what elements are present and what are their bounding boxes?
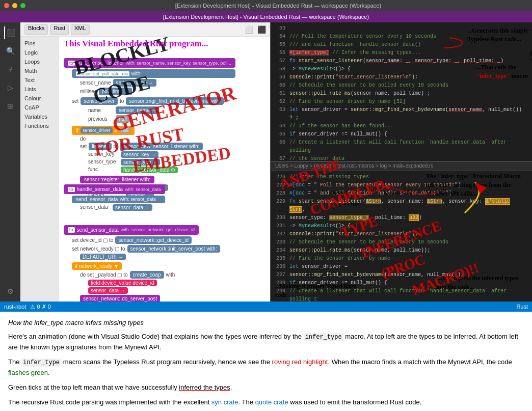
proper-annotation: ...Making it proper Typed Rust code (275, 282, 367, 299)
listener-var[interactable]: listener (89, 143, 111, 150)
stop-icon[interactable]: ⬛ (257, 25, 266, 34)
code-line-229: 229 fn start_sensor_listener(&Strn, sens… (275, 198, 528, 214)
main-expanded-editor: Users > Luppy > mynewt > test-rust-macro… (271, 162, 532, 302)
category-functions[interactable]: Functions (20, 121, 58, 130)
status-bar: rust-nbot ⚠ 0 ✗ 0 Rust (0, 302, 532, 312)
sensor-name-param: sensor_name sensor_name → (80, 79, 235, 87)
default-uri-val[interactable]: DEFAULT_URI → (80, 254, 126, 260)
screenshot-area: [Extension Development Host] - Visual Em… (0, 11, 532, 312)
code-line-67: 67 // the sensor data (275, 155, 528, 162)
sensor-driver-cond[interactable]: sensor_driver (81, 127, 113, 133)
sensor-listener-block-group: to start_sensor_listener with: sensor_na… (64, 58, 235, 199)
set-listener-row: set listener to sensor::new_sensor_liste… (80, 143, 235, 150)
send-sensor-data-block[interactable]: to send_sensor_data with: sensor_network… (64, 225, 199, 235)
paragraph-2: The infer_type macro scans the Typeless … (8, 357, 524, 378)
close-button[interactable] (4, 3, 9, 8)
roving-highlight-text: roving red highlight (272, 358, 328, 366)
set-poll-rate-block[interactable]: sensor::set_poll_rate_ms with: (72, 69, 235, 78)
infer-type-code-2: infer_type (21, 359, 61, 367)
status-errors: ⚠ 0 ✗ 0 (30, 304, 50, 310)
category-coap[interactable]: CoAP (20, 103, 58, 112)
sensor-driver-var[interactable]: sensor_driver (81, 97, 118, 105)
start-sensor-block[interactable]: to start_sensor_listener with: sensor_na… (64, 58, 235, 68)
extension-host-bar: [Extension Development Host] - Visual Em… (0, 11, 532, 22)
handle-sub-blocks: send_sensor_data with: sensor_data senso… (72, 196, 165, 211)
sensor-sub-blocks: sensor::set_poll_rate_ms with: sensor_na… (72, 69, 235, 199)
null-val[interactable]: null (116, 115, 130, 123)
field-val[interactable]: field device_value device_id (88, 280, 157, 286)
send-sensor-sub: set device_id ▢ to sensor_network::get_d… (72, 236, 220, 302)
if-sensor-block[interactable]: if sensor_driver ≠ null (72, 126, 135, 135)
xml-tab[interactable]: XML (71, 24, 90, 35)
syn-crate-link[interactable]: syn crate (211, 398, 238, 406)
static-strn-annotation: &static Strn (383, 190, 413, 196)
send-data-block[interactable]: send_sensor_data with: sensor_data (72, 196, 165, 203)
category-logic[interactable]: Logic (20, 48, 58, 57)
paragraph-1: Here's an animation (done with Visual St… (8, 332, 524, 353)
code-line-234: 234 sensor::poll_rate_ms(sensor_name, po… (275, 246, 528, 255)
network-ready-row: set network_ready ▢ to sensor_network::i… (72, 245, 220, 253)
code-line-64: 64 // If the sensor has been found... (275, 122, 528, 130)
category-colour[interactable]: Colour (20, 94, 58, 103)
mgr-find-block[interactable]: sensor::mgr_find_next_bydevname with: (126, 97, 224, 105)
register-listener-block[interactable]: sensor::register_listener with: (80, 176, 154, 183)
status-branch: rust-nbot (4, 304, 26, 310)
search-icon[interactable]: 🔍 (4, 45, 16, 57)
category-loops[interactable]: Loops (20, 57, 58, 66)
generates-text: ...Generates this simpleTypeless Rust co… (467, 26, 528, 44)
handle-sensor-data-val[interactable]: handle_sensor_data ⚙ (121, 167, 178, 173)
blockly-workspace[interactable]: This Visual Embedded Rust program... to … (59, 37, 270, 302)
previous-param: previous null (88, 115, 235, 123)
handle-sensor-block[interactable]: to handle_sensor_data with: sensor_data (64, 184, 165, 194)
lib-rs-editor: ...Generates this simple Typeless Rust c… (271, 22, 532, 162)
code-line-236: 236 let sensor_driver = (275, 263, 528, 271)
settings-icon[interactable]: ⚙ (4, 285, 16, 297)
sensor-type-row: sensor_type sensor_type → (88, 159, 235, 166)
sensor-type-t-annotation: sensor_type_t (332, 200, 365, 206)
if-network-block[interactable]: if network_ready ▼ (72, 262, 122, 270)
sensor-key-val[interactable]: sensor_key → (121, 151, 158, 158)
code-line-66: 66 // Create a listener that will call f… (275, 139, 528, 155)
minimize-button[interactable] (12, 3, 17, 8)
category-variables[interactable]: Variables (20, 112, 58, 121)
do-server-block[interactable]: sensor_network::do_server_post (80, 295, 160, 302)
null-cond[interactable]: null (119, 127, 130, 133)
main-container: [Extension Development Host] - Visual Em… (0, 0, 532, 411)
poll-time-value[interactable]: poll_time → (99, 88, 132, 95)
maximize-button[interactable] (20, 3, 25, 8)
big-title-annotation: This Visual Embedded Rust program... (64, 39, 208, 49)
and-strn-annotation: &Strn (332, 190, 348, 196)
sensor-name-val2[interactable]: sensor_name → (116, 106, 159, 114)
init-server-block[interactable]: sensor_network::init_server_post with: (127, 245, 220, 253)
sensor-data-val[interactable]: sensor_data → (113, 204, 152, 211)
explorer-icon[interactable]: ⬛ (4, 26, 16, 39)
sensor-type-val[interactable]: sensor_type → (121, 159, 160, 166)
extensions-icon[interactable]: ⊞ (4, 100, 16, 112)
create-coap-block[interactable]: create_coap (130, 271, 164, 279)
do-server-row: sensor_network::do_server_post (80, 295, 220, 302)
code-line-61: 61 sensor::poll_rate_ms(sensor_name, pol… (275, 90, 528, 98)
device-id-row: set device_id ▢ to sensor_network::get_d… (72, 236, 220, 244)
category-text[interactable]: Text (20, 75, 58, 85)
debug-icon[interactable]: ▷ (4, 81, 16, 94)
category-pins[interactable]: Pins (20, 39, 58, 48)
blocks-tab[interactable]: Blocks (24, 24, 48, 35)
code-line-230: 230 sensor_type: sensor_type_t, poll_tim… (275, 214, 528, 222)
maximize-panel-icon[interactable]: ⬜ (245, 25, 253, 34)
millisec-param: millisec poll_time → (80, 88, 235, 95)
git-icon[interactable]: ⑂ (4, 63, 16, 75)
quote-crate-link[interactable]: quote crate (255, 398, 288, 406)
get-device-id-block[interactable]: sensor_network::get_device_id (115, 236, 192, 244)
calls-text: ...That calls the"infer_type" macro (476, 63, 528, 80)
category-math[interactable]: Math (20, 66, 58, 75)
flashes-green-text: flashes green (8, 369, 48, 376)
rust-tab[interactable]: Rust (50, 24, 69, 35)
blockly-panel: Blocks Rust XML ⬜ ⬛ Pins Logic Loops Mat… (20, 22, 270, 302)
inferred-types-text: inferred the types (179, 383, 230, 391)
sensor-data-coap-val[interactable]: sensor_data → (88, 287, 128, 294)
category-lists[interactable]: Lists (20, 85, 58, 94)
sensor-name-value[interactable]: sensor_name → (113, 79, 156, 87)
blockly-categories: Pins Logic Loops Math Text Lists Colour … (20, 37, 59, 302)
new-sensor-listener-block[interactable]: sensor::new_sensor_listener with: (120, 143, 203, 150)
code-line-233: 233 // Schedule the sensor to be polled … (275, 238, 528, 246)
